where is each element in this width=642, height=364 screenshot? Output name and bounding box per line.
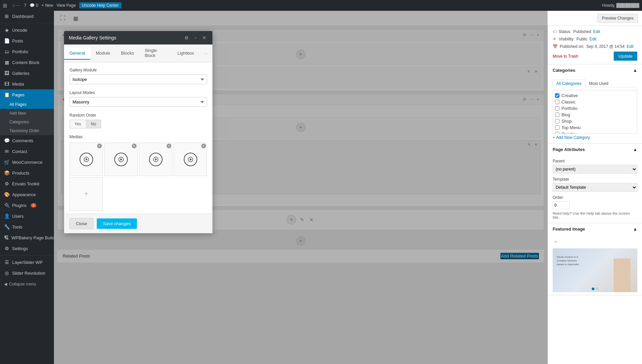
parent-select[interactable]: (no parent) xyxy=(553,165,637,174)
sidebar-item-posts[interactable]: 📄 Posts xyxy=(0,35,54,46)
sidebar-sub-categories[interactable]: Categories xyxy=(0,118,54,126)
layerslider-icon: ☰ xyxy=(4,260,9,265)
wp-logo-icon[interactable]: ⊞ xyxy=(3,2,7,9)
media-cell-3[interactable]: ✕ xyxy=(139,143,172,176)
modal-tab-more[interactable]: ··· xyxy=(199,48,212,59)
preview-changes-button[interactable]: Preview Changes xyxy=(597,14,638,23)
visibility-edit-link[interactable]: Edit xyxy=(589,37,596,41)
sidebar-item-content-block[interactable]: ▦ Content Block xyxy=(0,57,54,68)
pages-submenu: All Pages Add New Categories Taxonomy Or… xyxy=(0,100,54,135)
layout-modes-select[interactable]: Masonry Fit Rows Packery Vertical xyxy=(69,97,207,107)
categories-panel-header[interactable]: Categories ▲ xyxy=(548,64,642,76)
sub-add-new-label: Add New xyxy=(9,111,26,116)
sidebar-item-galleries[interactable]: 🖼 Galleries xyxy=(0,68,54,79)
sidebar-item-contact[interactable]: ✉ Contact xyxy=(0,146,54,157)
comments-count[interactable]: 7 xyxy=(24,3,27,8)
view-page-button[interactable]: View Page xyxy=(57,3,76,8)
modal-tab-general[interactable]: General xyxy=(64,47,90,60)
howdy-text: Howdy, ████████ xyxy=(602,3,639,8)
cat-label-classic: Classic xyxy=(561,99,576,104)
featured-image-preview[interactable]: David Jonson is a Creative Director base… xyxy=(553,248,637,292)
media-remove-4[interactable]: ✕ xyxy=(201,144,206,148)
sidebar-label-portfolio: Portfolio xyxy=(12,49,28,54)
site-name[interactable]: ⌂ — xyxy=(12,3,20,8)
sidebar-item-portfolio[interactable]: 🗂 Portfolio xyxy=(0,46,54,57)
new-button[interactable]: + New xyxy=(41,3,53,8)
appearance-icon: 🎨 xyxy=(4,192,9,197)
update-button[interactable]: Update xyxy=(614,52,637,61)
gallery-module-select[interactable]: Isotope Slider Masonry Justified xyxy=(69,74,207,84)
cat-checkbox-top-menu[interactable] xyxy=(555,125,559,130)
random-order-yes-button[interactable]: Yes xyxy=(69,120,86,128)
cat-checkbox-shop[interactable] xyxy=(555,119,559,123)
cat-tab-all[interactable]: All Categories xyxy=(553,80,585,87)
modal-settings-button[interactable]: ⚙ xyxy=(183,34,190,41)
sidebar-item-comments[interactable]: 💬 Comments xyxy=(0,135,54,146)
help-text: Need help? Use the Help tab above the sc… xyxy=(553,211,637,219)
sub-all-pages-label: All Pages xyxy=(9,102,27,107)
cat-checkbox-overlay[interactable] xyxy=(555,132,559,134)
sidebar-label-galleries: Galleries xyxy=(12,71,29,76)
sidebar-item-woocommerce[interactable]: 🛒 WooCommerce xyxy=(0,157,54,168)
media-gallery-settings-modal: Media Gallery Settings ⚙ − ✕ General Mod… xyxy=(64,31,212,233)
sidebar-item-wpbakery[interactable]: 🏗 WPBakery Page Builder xyxy=(0,232,54,243)
calendar-icon: 📅 xyxy=(553,44,558,49)
sidebar-item-media[interactable]: 🎞 Media xyxy=(0,79,54,89)
modal-close-button[interactable]: ✕ xyxy=(201,34,208,41)
media-cell-2[interactable]: ✕ xyxy=(104,143,138,176)
published-edit-link[interactable]: Edit xyxy=(626,44,634,49)
sidebar-item-tools[interactable]: 🔧 Tools xyxy=(0,221,54,232)
cat-checkbox-classic[interactable] xyxy=(555,100,559,104)
modal-tab-single-block[interactable]: Single Block xyxy=(139,44,172,62)
cat-tab-most-used[interactable]: Most Used xyxy=(585,80,612,87)
sidebar-label-contact: Contact xyxy=(12,149,27,154)
sidebar-item-envato[interactable]: ⚙ Envato Toolkit xyxy=(0,178,54,189)
sidebar-item-layerslider[interactable]: ☰ LayerSlider WP xyxy=(0,257,54,268)
users-icon: 👤 xyxy=(4,213,9,219)
cat-item-creative: Creative xyxy=(555,92,635,99)
sidebar-item-settings[interactable]: ⚙ Settings xyxy=(0,243,54,254)
move-to-trash-link[interactable]: Move to Trash xyxy=(553,54,578,59)
sidebar-item-uncode[interactable]: ◈ Uncode xyxy=(0,25,54,35)
sidebar-item-dashboard[interactable]: ⊞ Dashboard xyxy=(0,11,54,22)
modal-save-button[interactable]: Save changes xyxy=(97,218,137,229)
modal-minimize-button[interactable]: − xyxy=(193,34,198,41)
sidebar-label-content-block: Content Block xyxy=(12,60,39,65)
media-add-button[interactable]: + xyxy=(69,177,103,211)
collapse-menu-button[interactable]: ◀ Collapse menu xyxy=(0,278,54,290)
cat-checkbox-creative[interactable] xyxy=(555,93,559,98)
modal-tab-module[interactable]: Module xyxy=(90,47,116,60)
add-new-category-link[interactable]: + Add New Category xyxy=(553,135,637,140)
order-input[interactable] xyxy=(553,201,570,209)
sidebar-item-plugins[interactable]: 🔌 Plugins 6 xyxy=(0,200,54,211)
featured-image-header[interactable]: Featured Image ▲ xyxy=(548,223,642,235)
messages-count[interactable]: 💬 0 xyxy=(30,3,38,8)
modal-close-footer-button[interactable]: Close xyxy=(69,218,93,229)
media-cell-4[interactable]: ✕ xyxy=(174,143,207,176)
sidebar-item-slider-revolution[interactable]: ◎ Slider Revolution xyxy=(0,268,54,278)
media-remove-3[interactable]: ✕ xyxy=(167,144,171,148)
page-attributes-header[interactable]: Page Attributes ▲ xyxy=(548,144,642,155)
help-center-button[interactable]: Uncode Help Center xyxy=(79,2,121,8)
content-block-icon: ▦ xyxy=(4,60,9,65)
sidebar-sub-add-new[interactable]: Add New xyxy=(0,109,54,118)
sidebar-label-media: Media xyxy=(12,82,24,87)
sidebar-item-pages[interactable]: 📋 Pages xyxy=(0,89,54,100)
sidebar-sub-all-pages[interactable]: All Pages xyxy=(0,100,54,109)
cat-checkbox-portfolio[interactable] xyxy=(555,106,559,111)
page-attributes-title: Page Attributes xyxy=(553,147,585,152)
media-remove-2[interactable]: ✕ xyxy=(132,144,137,148)
media-remove-1[interactable]: ✕ xyxy=(97,144,102,148)
template-select[interactable]: Default Template xyxy=(553,183,637,192)
cat-checkbox-blog[interactable] xyxy=(555,113,559,117)
sidebar-item-products[interactable]: 📦 Products xyxy=(0,168,54,178)
modal-tab-blocks[interactable]: Blocks xyxy=(116,47,139,60)
sidebar-item-appearance[interactable]: 🎨 Appearance xyxy=(0,189,54,200)
media-cell-1[interactable]: ✕ xyxy=(69,143,103,176)
modal-tab-lightbox[interactable]: Lightbox xyxy=(172,47,199,60)
sidebar-item-users[interactable]: 👤 Users xyxy=(0,211,54,221)
featured-image-remove-icon[interactable]: − xyxy=(553,238,558,246)
random-order-no-button[interactable]: No xyxy=(86,120,101,128)
status-edit-link[interactable]: Edit xyxy=(593,29,600,34)
sidebar-sub-taxonomy-order[interactable]: Taxonomy Order xyxy=(0,126,54,135)
